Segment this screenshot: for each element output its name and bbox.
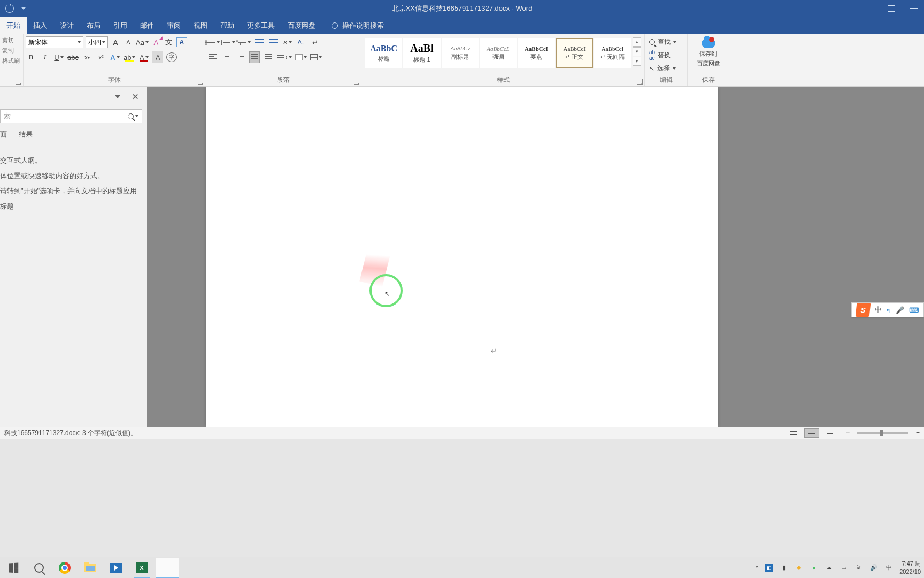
sogou-icon[interactable]: S: [855, 303, 871, 317]
copy-button[interactable]: 复制: [2, 47, 21, 55]
tab-more-tools[interactable]: 更多工具: [241, 17, 281, 34]
save-to-baidu-button[interactable]: 保存到 百度网盘: [690, 36, 727, 67]
video-editor-button[interactable]: [105, 558, 127, 578]
find-button[interactable]: 查找: [649, 37, 683, 47]
align-center-button[interactable]: [221, 51, 232, 63]
ribbon-display-icon[interactable]: [888, 5, 895, 12]
font-name-select[interactable]: 新宋体: [26, 36, 83, 48]
word-button[interactable]: [156, 558, 179, 578]
bold-button[interactable]: B: [26, 51, 36, 63]
tray-clock[interactable]: 7:47 周 2022/10: [899, 560, 921, 575]
clear-formatting-button[interactable]: A◢: [151, 36, 161, 48]
excel-button[interactable]: X: [130, 558, 153, 578]
zoom-slider[interactable]: [857, 432, 908, 434]
decrease-indent-button[interactable]: [254, 36, 265, 48]
tray-volume-icon[interactable]: 🔊: [869, 564, 878, 572]
select-button[interactable]: ↖选择: [649, 64, 683, 73]
tray-wechat-icon[interactable]: ●: [810, 564, 818, 572]
zoom-in-button[interactable]: +: [916, 429, 920, 437]
show-marks-button[interactable]: ↵: [310, 36, 320, 48]
phonetic-guide-button[interactable]: 文: [164, 36, 174, 48]
tell-me[interactable]: 操作说明搜索: [332, 21, 384, 34]
start-button[interactable]: [2, 558, 25, 578]
tray-chevron-icon[interactable]: ^: [756, 565, 758, 571]
sort-button[interactable]: A↓: [296, 36, 306, 48]
superscript-button[interactable]: x: [96, 51, 106, 63]
align-right-button[interactable]: [235, 51, 246, 63]
numbering-button[interactable]: [223, 36, 235, 48]
tray-battery-icon[interactable]: ▭: [840, 564, 848, 572]
search-button[interactable]: [28, 558, 50, 578]
subscript-button[interactable]: x: [82, 51, 93, 63]
print-layout-button[interactable]: [804, 428, 819, 438]
underline-button[interactable]: U: [53, 51, 64, 63]
highlight-button[interactable]: ab: [124, 51, 135, 63]
explorer-button[interactable]: [79, 558, 102, 578]
document-viewport[interactable]: ↖ ↵: [147, 87, 924, 427]
tab-references[interactable]: 引用: [107, 17, 134, 34]
change-case-button[interactable]: Aa: [136, 36, 149, 48]
mic-icon[interactable]: 🎤: [896, 306, 904, 314]
increase-indent-button[interactable]: [268, 36, 279, 48]
keyboard-icon[interactable]: ⌨: [909, 306, 919, 314]
ime-toolbar[interactable]: S 中 •ı 🎤 ⌨: [851, 302, 924, 317]
tab-insert[interactable]: 插入: [27, 17, 53, 34]
minimize-icon[interactable]: [910, 8, 918, 9]
tab-baidu[interactable]: 百度网盘: [281, 17, 322, 34]
align-left-button[interactable]: [207, 51, 218, 63]
grow-font-button[interactable]: A: [110, 36, 121, 48]
paragraph-launcher-icon[interactable]: [354, 79, 359, 85]
chrome-button[interactable]: [53, 558, 76, 578]
distribute-button[interactable]: [263, 51, 274, 63]
tab-help[interactable]: 帮助: [214, 17, 241, 34]
nav-tab-results[interactable]: 结果: [19, 130, 33, 139]
qat-customize-icon[interactable]: [21, 7, 26, 10]
ime-punct[interactable]: •ı: [887, 306, 891, 314]
styles-launcher-icon[interactable]: [637, 79, 643, 85]
italic-button[interactable]: I: [40, 51, 50, 63]
tray-app-icon[interactable]: ◧: [765, 564, 773, 572]
tray-ime-icon[interactable]: 中: [884, 564, 893, 572]
format-painter-button[interactable]: 格式刷: [2, 57, 21, 65]
style-heading[interactable]: AaBbC标题: [365, 38, 402, 68]
document-page[interactable]: ↖ ↵: [206, 87, 718, 427]
asian-layout-button[interactable]: ✕: [282, 36, 292, 48]
replace-button[interactable]: abac替换: [649, 49, 683, 61]
nav-tab-pages[interactable]: 面: [0, 130, 7, 139]
line-spacing-button[interactable]: ↕: [277, 51, 292, 63]
font-size-select[interactable]: 小四: [86, 36, 108, 48]
tab-home[interactable]: 开始: [0, 17, 27, 34]
style-key-point[interactable]: AaBbCcI要点: [518, 38, 555, 68]
tray-usb-icon[interactable]: ▮: [780, 564, 788, 572]
tab-layout[interactable]: 布局: [80, 17, 107, 34]
close-icon[interactable]: ✕: [132, 92, 139, 102]
justify-button[interactable]: [249, 51, 260, 63]
clipboard-launcher-icon[interactable]: [16, 79, 21, 85]
character-shading-button[interactable]: A: [152, 51, 163, 63]
character-border-button[interactable]: A: [176, 37, 187, 47]
tab-mailings[interactable]: 邮件: [134, 17, 160, 34]
tab-view[interactable]: 视图: [187, 17, 214, 34]
cut-button[interactable]: 剪切: [2, 36, 21, 44]
shading-button[interactable]: [295, 51, 307, 63]
zoom-out-button[interactable]: −: [846, 429, 850, 437]
borders-button[interactable]: [310, 51, 322, 63]
refresh-icon[interactable]: [5, 4, 14, 13]
nav-search-input[interactable]: 索: [0, 109, 142, 123]
style-normal[interactable]: AaBbCcI↵ 正文: [556, 38, 593, 68]
ime-lang[interactable]: 中: [875, 305, 882, 315]
tray-cloud-icon[interactable]: ☁: [825, 564, 833, 572]
tab-design[interactable]: 设计: [53, 17, 80, 34]
tray-shield-icon[interactable]: ◆: [795, 564, 803, 572]
font-launcher-icon[interactable]: [198, 79, 203, 85]
style-heading1[interactable]: AaBl标题 1: [403, 38, 440, 68]
enclose-characters-button[interactable]: 字: [166, 52, 177, 62]
web-layout-button[interactable]: [822, 428, 837, 438]
text-effects-button[interactable]: A: [110, 51, 120, 63]
multilevel-list-button[interactable]: [238, 36, 251, 48]
style-emphasis[interactable]: AaBbCcL强调: [480, 38, 517, 68]
strikethrough-button[interactable]: abc: [67, 51, 79, 63]
font-color-button[interactable]: A: [138, 51, 149, 63]
styles-up-icon[interactable]: ▲: [633, 37, 641, 47]
tab-review[interactable]: 审阅: [160, 17, 187, 34]
